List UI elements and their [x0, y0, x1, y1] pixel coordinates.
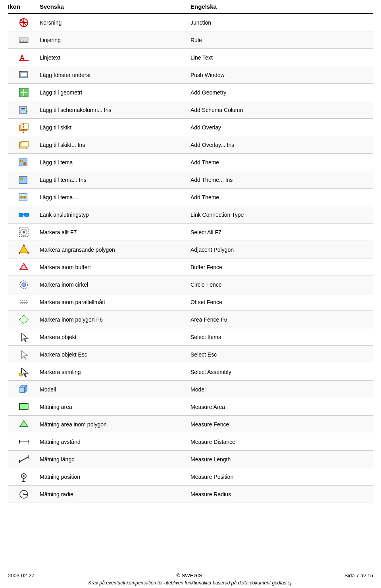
- svg-text:A: A: [20, 54, 25, 61]
- svenska-text: Lägg till skikt... Ins: [40, 142, 190, 148]
- icon-cell: [8, 383, 40, 396]
- engelska-text: Add Overlay: [190, 124, 373, 131]
- svenska-text: Markera inom cirkel: [40, 281, 190, 288]
- table-row: + Lägg till tema... Ins Add Theme... Ins: [8, 171, 373, 189]
- engelska-text: Area Fence F6: [190, 316, 373, 323]
- selectesc-icon: [17, 348, 30, 361]
- table-row: Länk anslutningstyp Link Connection Type: [8, 206, 373, 224]
- addoverlay2-icon: +: [17, 139, 30, 151]
- icon-cell: [8, 226, 40, 239]
- icon-cell: [8, 261, 40, 274]
- icon-cell: +: [8, 139, 40, 151]
- svg-point-47: [27, 252, 29, 254]
- addschema-icon: +: [17, 104, 30, 116]
- table-row: + Lägg till schemakolumn... Ins Add Sche…: [8, 101, 373, 119]
- svg-line-71: [19, 457, 28, 462]
- measurepos-icon: [17, 470, 30, 483]
- icon-cell: [8, 121, 40, 134]
- selectitems-icon: [17, 331, 30, 343]
- footer-page: Sida 7 av 15: [344, 573, 373, 578]
- table-row: Mätning längd Measure Length: [8, 451, 373, 468]
- header-svenska: Svenska: [40, 3, 190, 10]
- svg-rect-39: [19, 213, 23, 216]
- table-row: Markera inom cirkel Circle Fence: [8, 276, 373, 293]
- icon-cell: [8, 331, 40, 343]
- linkconn-icon: [17, 208, 30, 221]
- engelska-text: Add Overlay... Ins: [190, 142, 373, 148]
- svenska-text: Markera angränsande polygon: [40, 247, 190, 253]
- svenska-text: Markera objekt Esc: [40, 351, 190, 358]
- addtheme-icon: [17, 156, 30, 169]
- table-row: Markera objekt Select Items: [8, 328, 373, 346]
- icon-cell: [8, 401, 40, 413]
- engelska-text: Select Items: [190, 334, 373, 340]
- table-row: Lägg till geometri Add Geometry: [8, 84, 373, 101]
- icon-cell: [8, 191, 40, 204]
- areafence-icon: [17, 313, 30, 326]
- icon-cell: A: [8, 51, 40, 64]
- table-row: Linjering Rule: [8, 31, 373, 49]
- svg-point-80: [23, 494, 25, 495]
- engelska-text: Junction: [190, 19, 373, 26]
- icon-cell: +: [8, 174, 40, 186]
- header-icon: Ikon: [8, 3, 40, 10]
- buffer-icon: [17, 261, 30, 274]
- svenska-text: Linjetext: [40, 54, 190, 61]
- offset-icon: [17, 296, 30, 308]
- rule-icon: [17, 34, 30, 46]
- svenska-text: Lägg till tema…: [40, 194, 190, 200]
- footer: 2003-02-27 © SWEGIS Sida 7 av 15 Krav på…: [0, 570, 381, 588]
- addtheme2-icon: +: [17, 174, 30, 186]
- svenska-text: Mätning area: [40, 404, 190, 410]
- linetext-icon: A: [17, 51, 30, 64]
- icon-cell: [8, 470, 40, 483]
- svg-rect-61: [19, 403, 28, 410]
- circle-icon: [17, 278, 30, 291]
- table-row: Mätning radie Measure Radius: [8, 486, 373, 503]
- svenska-text: Markera inom buffert: [40, 264, 190, 270]
- table-row: Markera inom parallellmått Offset Fence: [8, 293, 373, 311]
- svg-marker-65: [20, 420, 28, 427]
- table-header: Ikon Svenska Engelska: [8, 0, 373, 14]
- svenska-text: Markera objekt: [40, 334, 190, 340]
- table-row: Lägg till tema Add Theme: [8, 154, 373, 171]
- engelska-text: Measure Radius: [190, 491, 373, 497]
- icon-cell: [8, 278, 40, 291]
- icon-cell: [8, 453, 40, 466]
- svenska-text: Linjering: [40, 37, 190, 43]
- svg-point-32: [23, 162, 26, 165]
- engelska-text: Select Assembly: [190, 369, 373, 375]
- svg-point-46: [23, 245, 25, 246]
- svg-point-44: [23, 231, 25, 233]
- engelska-text: Offset Fence: [190, 299, 373, 305]
- engelska-text: Select Esc: [190, 351, 373, 358]
- svenska-text: Lägg till tema: [40, 159, 190, 166]
- addgeometry-icon: [17, 86, 30, 99]
- engelska-text: Model: [190, 386, 373, 393]
- engelska-text: Adjacent Polygon: [190, 247, 373, 253]
- svenska-text: Lägg till skikt: [40, 124, 190, 131]
- svenska-text: Lägg till geometri: [40, 89, 190, 96]
- pushwindow-icon: [17, 69, 30, 81]
- svg-point-37: [20, 196, 23, 199]
- svg-point-48: [19, 252, 20, 254]
- svg-text:+: +: [26, 110, 28, 114]
- svg-point-77: [23, 475, 25, 477]
- svg-marker-50: [21, 265, 27, 269]
- measurerad-icon: [17, 488, 30, 501]
- icon-cell: [8, 34, 40, 46]
- icon-cell: [8, 156, 40, 169]
- svenska-text: Mätning area inom polygon: [40, 421, 190, 428]
- icon-cell: [8, 366, 40, 378]
- engelska-text: Measure Position: [190, 474, 373, 480]
- engelska-text: Add Theme... Ins: [190, 177, 373, 183]
- svenska-text: Mätning längd: [40, 456, 190, 463]
- footer-notice: Krav på eventuell kompensation för utebl…: [8, 580, 373, 586]
- engelska-text: Circle Fence: [190, 281, 373, 288]
- svenska-text: Markera samling: [40, 369, 190, 375]
- svg-text:+: +: [26, 147, 28, 150]
- svg-rect-57: [19, 374, 22, 376]
- engelska-text: Push Window: [190, 72, 373, 78]
- svg-marker-45: [19, 245, 28, 253]
- svg-marker-56: [19, 315, 28, 324]
